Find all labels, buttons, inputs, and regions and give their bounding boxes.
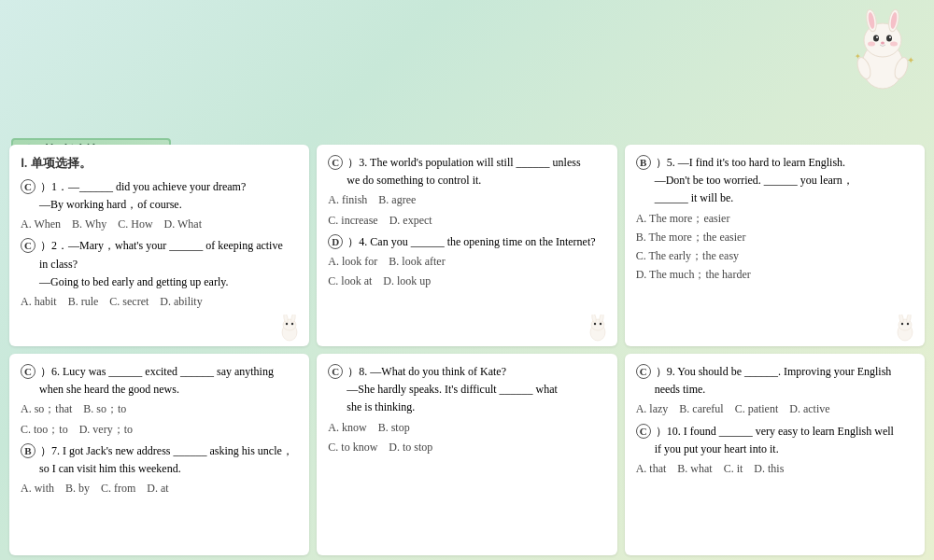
answer-label-q6: C bbox=[21, 364, 35, 379]
card-q9-q10: C ）9. You should be ______. Improving yo… bbox=[625, 354, 925, 555]
card-q6-q7: C ）6. Lucy was ______ excited ______ say… bbox=[9, 354, 309, 555]
q10-options: A. thatB. whatC. itD. this bbox=[636, 460, 913, 478]
q5-text: ）5. —I find it's too hard to learn Engli… bbox=[656, 156, 845, 169]
card-q5: B ）5. —I find it's too hard to learn Eng… bbox=[625, 145, 925, 346]
q9-options: A. lazyB. carefulC. patientD. active bbox=[636, 400, 913, 418]
question-3: C ）3. The world's population will still … bbox=[328, 154, 605, 230]
answer-label-q4: D bbox=[328, 234, 343, 249]
card-q1-q2: Ⅰ. 单项选择。 C ）1．—______ did you achieve yo… bbox=[9, 145, 309, 346]
q3-text: ）3. The world's population will still __… bbox=[347, 156, 580, 169]
q7-text: ）7. I got Jack's new address ______ aski… bbox=[40, 444, 293, 457]
svg-point-12 bbox=[881, 42, 884, 45]
q6-options: A. so；thatB. so；to bbox=[21, 400, 298, 418]
q6-options2: C. too；toD. very；to bbox=[21, 421, 298, 439]
q7-text2: so I can visit him this weekend. bbox=[21, 460, 298, 478]
svg-point-9 bbox=[889, 36, 891, 38]
svg-point-8 bbox=[876, 36, 878, 38]
card-q8: C ）8. —What do you think of Kate? —She h… bbox=[317, 354, 616, 555]
svg-point-27 bbox=[593, 323, 595, 325]
svg-point-7 bbox=[886, 35, 892, 42]
row-1: Ⅰ. 单项选择。 C ）1．—______ did you achieve yo… bbox=[9, 145, 925, 346]
svg-point-22 bbox=[291, 323, 293, 325]
q6-text: ）6. Lucy was ______ excited ______ say a… bbox=[40, 365, 274, 378]
answer-label-q7: B bbox=[21, 443, 35, 458]
svg-text:✦: ✦ bbox=[855, 52, 861, 61]
q8-text: ）8. —What do you think of Kate? bbox=[347, 365, 506, 378]
question-9: C ）9. You should be ______. Improving yo… bbox=[636, 363, 913, 419]
svg-point-10 bbox=[868, 42, 875, 47]
answer-label-q5: B bbox=[636, 155, 651, 170]
question-1: C ）1．—______ did you achieve your dream?… bbox=[21, 178, 298, 234]
question-2: C ）2．—Mary，what's your ______ of keeping… bbox=[21, 237, 298, 311]
answer-label-q1: C bbox=[21, 179, 35, 194]
row-2: C ）6. Lucy was ______ excited ______ say… bbox=[9, 354, 925, 555]
svg-point-34 bbox=[907, 323, 909, 325]
q2-text2: in class? bbox=[21, 256, 298, 273]
small-bunny-2 bbox=[584, 315, 612, 343]
svg-point-6 bbox=[873, 35, 879, 42]
q8-options2: C. to knowD. to stop bbox=[328, 439, 605, 456]
q5-sub: —Don't be too worried. ______ you learn， bbox=[636, 172, 913, 189]
question-5: B ）5. —I find it's too hard to learn Eng… bbox=[636, 154, 913, 284]
q8-sub2: she is thinking. bbox=[328, 399, 605, 416]
q3-options: A. finishB. agree bbox=[328, 191, 605, 209]
q4-text: ）4. Can you ______ the opening time on t… bbox=[347, 235, 595, 248]
small-bunny-1 bbox=[276, 315, 304, 343]
small-bunny-3 bbox=[891, 315, 919, 343]
q1-num: ）1．— bbox=[40, 180, 79, 193]
answer-label-q3: C bbox=[328, 155, 343, 170]
q10-text: ）10. I found ______ very easy to learn E… bbox=[656, 425, 894, 438]
answer-label-q2: C bbox=[21, 238, 35, 253]
q5-options: A. The more；easier B. The more；the easie… bbox=[636, 210, 913, 285]
q10-text2: if you put your heart into it. bbox=[636, 441, 913, 458]
q1-sub: —By working hard，of course. bbox=[21, 196, 298, 214]
q4-options: A. look forB. look after bbox=[328, 253, 605, 271]
q6-text2: when she heard the good news. bbox=[21, 381, 298, 399]
svg-point-28 bbox=[599, 323, 601, 325]
q3-options2: C. increaseD. expect bbox=[328, 212, 605, 230]
q2-sub: —Going to bed early and getting up early… bbox=[21, 273, 298, 291]
question-6: C ）6. Lucy was ______ excited ______ say… bbox=[21, 363, 298, 439]
q3-text2: we do something to control it. bbox=[328, 172, 605, 189]
q4-options2: C. look atD. look up bbox=[328, 273, 605, 290]
q2-options: A. habitB. ruleC. secretD. ability bbox=[21, 293, 298, 311]
q9-text: ）9. You should be ______. Improving your… bbox=[656, 365, 892, 378]
q7-options: A. withB. byC. fromD. at bbox=[21, 480, 298, 497]
question-7: B ）7. I got Jack's new address ______ as… bbox=[21, 442, 298, 498]
q1-text: ______ did you achieve your dream? bbox=[79, 180, 246, 193]
svg-point-21 bbox=[286, 323, 288, 325]
question-4: D ）4. Can you ______ the opening time on… bbox=[328, 233, 605, 291]
question-8: C ）8. —What do you think of Kate? —She h… bbox=[328, 363, 605, 456]
main-content: Ⅰ. 单项选择。 C ）1．—______ did you achieve yo… bbox=[9, 145, 925, 555]
answer-label-q9: C bbox=[636, 364, 651, 379]
q5-sub2: ______ it will be. bbox=[636, 189, 913, 207]
q8-sub: —She hardly speaks. It's difficult _____… bbox=[328, 381, 605, 399]
q1-options: A. WhenB. WhyC. HowD. What bbox=[21, 216, 298, 233]
question-10: C ）10. I found ______ very easy to learn… bbox=[636, 423, 913, 479]
answer-label-q8: C bbox=[328, 364, 343, 379]
svg-text:✦: ✦ bbox=[907, 55, 914, 65]
answer-label-q10: C bbox=[636, 424, 651, 439]
svg-point-11 bbox=[890, 42, 898, 47]
card-q3-q4: C ）3. The world's population will still … bbox=[317, 145, 616, 346]
q9-text2: needs time. bbox=[636, 381, 913, 399]
q8-options: A. knowB. stop bbox=[328, 419, 605, 437]
section-title: Ⅰ. 单项选择。 bbox=[21, 154, 298, 174]
q2-num: ）2．—Mary，what's your ______ of keeping a… bbox=[40, 239, 283, 252]
large-bunny-decoration: ✦ ✦ bbox=[843, 7, 923, 95]
svg-point-33 bbox=[901, 323, 903, 325]
